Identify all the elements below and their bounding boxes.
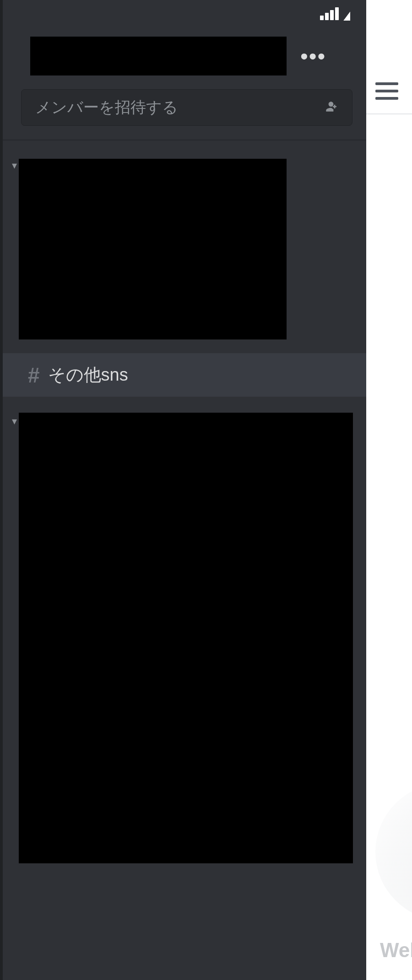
divider (366, 113, 412, 114)
chevron-down-icon: ▾ (12, 415, 17, 427)
server-header[interactable]: ••• (3, 27, 366, 89)
channel-item-active[interactable]: # その他sns (3, 353, 366, 397)
hash-icon: # (28, 363, 40, 388)
welcome-illustration (375, 783, 412, 921)
channel-category-redacted-1[interactable]: ▾ (3, 159, 366, 339)
wifi-icon (343, 7, 357, 21)
add-user-icon (324, 99, 338, 116)
server-name-redacted (30, 37, 287, 75)
redacted-block (19, 413, 353, 863)
channel-category-redacted-2[interactable]: ▾ (3, 413, 366, 863)
hamburger-icon[interactable] (375, 82, 398, 100)
redacted-block (19, 159, 287, 339)
welcome-text: Welcom (380, 939, 412, 962)
chevron-down-icon: ▾ (12, 160, 17, 172)
main-content-peek: Welcom (366, 0, 412, 980)
channel-name: その他sns (48, 363, 128, 387)
channel-list: ▾ # その他sns ▾ (3, 140, 366, 863)
invite-members-button[interactable]: メンバーを招待する (21, 89, 352, 126)
cellular-signal-icon (320, 7, 339, 20)
server-menu-icon[interactable]: ••• (300, 45, 326, 67)
channel-sidebar: ••• メンバーを招待する ▾ # その他sns ▾ (0, 0, 366, 980)
invite-label: メンバーを招待する (35, 97, 178, 118)
status-bar (3, 0, 366, 27)
